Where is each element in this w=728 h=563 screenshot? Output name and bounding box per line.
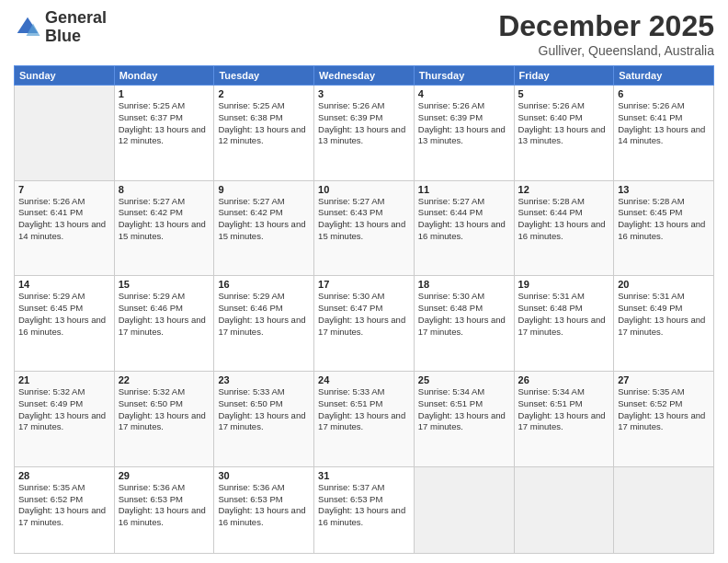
day-info: Sunrise: 5:35 AM Sunset: 6:52 PM Dayligh…: [18, 482, 110, 529]
day-number: 6: [618, 88, 710, 99]
day-number: 28: [18, 470, 110, 481]
day-cell: 1Sunrise: 5:25 AM Sunset: 6:37 PM Daylig…: [114, 86, 214, 181]
header-cell-monday: Monday: [114, 66, 214, 86]
day-number: 8: [119, 184, 210, 195]
day-cell: 14Sunrise: 5:29 AM Sunset: 6:45 PM Dayli…: [15, 276, 115, 372]
day-info: Sunrise: 5:28 AM Sunset: 6:44 PM Dayligh…: [518, 196, 610, 243]
day-info: Sunrise: 5:27 AM Sunset: 6:44 PM Dayligh…: [418, 196, 510, 243]
header-cell-tuesday: Tuesday: [214, 66, 314, 86]
day-cell: 27Sunrise: 5:35 AM Sunset: 6:52 PM Dayli…: [614, 372, 714, 467]
day-number: 29: [119, 470, 210, 481]
header: General Blue December 2025 Gulliver, Que…: [14, 9, 714, 58]
day-number: 13: [618, 184, 710, 195]
day-cell: 19Sunrise: 5:31 AM Sunset: 6:48 PM Dayli…: [514, 276, 614, 372]
title-block: December 2025 Gulliver, Queensland, Aust…: [498, 9, 714, 58]
day-cell: 4Sunrise: 5:26 AM Sunset: 6:39 PM Daylig…: [414, 86, 514, 181]
day-info: Sunrise: 5:30 AM Sunset: 6:47 PM Dayligh…: [318, 291, 410, 338]
logo-text: General Blue: [45, 9, 107, 46]
day-number: 11: [418, 184, 510, 195]
header-cell-thursday: Thursday: [414, 66, 514, 86]
day-cell: 17Sunrise: 5:30 AM Sunset: 6:47 PM Dayli…: [314, 276, 415, 372]
day-info: Sunrise: 5:25 AM Sunset: 6:38 PM Dayligh…: [218, 100, 310, 147]
day-info: Sunrise: 5:36 AM Sunset: 6:53 PM Dayligh…: [119, 482, 210, 529]
week-row-1: 7Sunrise: 5:26 AM Sunset: 6:41 PM Daylig…: [15, 180, 714, 276]
day-cell: [514, 466, 614, 553]
day-number: 2: [218, 88, 310, 99]
page: General Blue December 2025 Gulliver, Que…: [0, 0, 728, 563]
logo-line2: Blue: [45, 28, 107, 46]
day-info: Sunrise: 5:34 AM Sunset: 6:51 PM Dayligh…: [418, 386, 510, 433]
calendar-header: SundayMondayTuesdayWednesdayThursdayFrid…: [15, 66, 714, 86]
month-title: December 2025: [498, 9, 714, 43]
day-number: 16: [218, 279, 310, 290]
day-info: Sunrise: 5:33 AM Sunset: 6:51 PM Dayligh…: [318, 386, 410, 433]
day-number: 4: [418, 88, 510, 99]
day-info: Sunrise: 5:32 AM Sunset: 6:49 PM Dayligh…: [18, 386, 110, 433]
header-cell-sunday: Sunday: [15, 66, 115, 86]
day-cell: 9Sunrise: 5:27 AM Sunset: 6:42 PM Daylig…: [214, 180, 314, 276]
week-row-4: 28Sunrise: 5:35 AM Sunset: 6:52 PM Dayli…: [15, 466, 714, 553]
day-info: Sunrise: 5:31 AM Sunset: 6:48 PM Dayligh…: [518, 291, 610, 338]
day-number: 30: [218, 470, 310, 481]
day-cell: 13Sunrise: 5:28 AM Sunset: 6:45 PM Dayli…: [614, 180, 714, 276]
day-number: 3: [318, 88, 410, 99]
day-cell: 21Sunrise: 5:32 AM Sunset: 6:49 PM Dayli…: [15, 372, 115, 467]
day-number: 24: [318, 374, 410, 385]
day-number: 31: [318, 470, 410, 481]
day-cell: 24Sunrise: 5:33 AM Sunset: 6:51 PM Dayli…: [314, 372, 415, 467]
day-cell: 25Sunrise: 5:34 AM Sunset: 6:51 PM Dayli…: [414, 372, 514, 467]
logo: General Blue: [14, 9, 107, 46]
logo-icon: [14, 14, 41, 41]
header-cell-wednesday: Wednesday: [314, 66, 415, 86]
day-number: 26: [518, 374, 610, 385]
day-number: 14: [18, 279, 110, 290]
header-cell-saturday: Saturday: [614, 66, 714, 86]
day-cell: 11Sunrise: 5:27 AM Sunset: 6:44 PM Dayli…: [414, 180, 514, 276]
calendar: SundayMondayTuesdayWednesdayThursdayFrid…: [14, 65, 714, 554]
day-number: 15: [119, 279, 210, 290]
day-cell: 23Sunrise: 5:33 AM Sunset: 6:50 PM Dayli…: [214, 372, 314, 467]
day-info: Sunrise: 5:26 AM Sunset: 6:41 PM Dayligh…: [618, 100, 710, 147]
day-number: 10: [318, 184, 410, 195]
day-number: 19: [518, 279, 610, 290]
day-info: Sunrise: 5:26 AM Sunset: 6:39 PM Dayligh…: [418, 100, 510, 147]
location: Gulliver, Queensland, Australia: [498, 43, 714, 58]
day-info: Sunrise: 5:31 AM Sunset: 6:49 PM Dayligh…: [618, 291, 710, 338]
day-number: 22: [119, 374, 210, 385]
day-cell: 10Sunrise: 5:27 AM Sunset: 6:43 PM Dayli…: [314, 180, 415, 276]
day-info: Sunrise: 5:26 AM Sunset: 6:39 PM Dayligh…: [318, 100, 410, 147]
day-number: 18: [418, 279, 510, 290]
day-cell: 29Sunrise: 5:36 AM Sunset: 6:53 PM Dayli…: [114, 466, 214, 553]
day-number: 23: [218, 374, 310, 385]
day-cell: [414, 466, 514, 553]
day-info: Sunrise: 5:36 AM Sunset: 6:53 PM Dayligh…: [218, 482, 310, 529]
day-info: Sunrise: 5:29 AM Sunset: 6:46 PM Dayligh…: [218, 291, 310, 338]
calendar-body: 1Sunrise: 5:25 AM Sunset: 6:37 PM Daylig…: [15, 86, 714, 554]
day-info: Sunrise: 5:34 AM Sunset: 6:51 PM Dayligh…: [518, 386, 610, 433]
day-cell: 22Sunrise: 5:32 AM Sunset: 6:50 PM Dayli…: [114, 372, 214, 467]
day-number: 7: [18, 184, 110, 195]
day-info: Sunrise: 5:35 AM Sunset: 6:52 PM Dayligh…: [618, 386, 710, 433]
day-cell: [614, 466, 714, 553]
logo-line1: General: [45, 9, 107, 28]
day-cell: 5Sunrise: 5:26 AM Sunset: 6:40 PM Daylig…: [514, 86, 614, 181]
week-row-3: 21Sunrise: 5:32 AM Sunset: 6:49 PM Dayli…: [15, 372, 714, 467]
day-info: Sunrise: 5:25 AM Sunset: 6:37 PM Dayligh…: [119, 100, 210, 147]
day-number: 9: [218, 184, 310, 195]
day-info: Sunrise: 5:30 AM Sunset: 6:48 PM Dayligh…: [418, 291, 510, 338]
header-row: SundayMondayTuesdayWednesdayThursdayFrid…: [15, 66, 714, 86]
day-cell: 12Sunrise: 5:28 AM Sunset: 6:44 PM Dayli…: [514, 180, 614, 276]
day-info: Sunrise: 5:33 AM Sunset: 6:50 PM Dayligh…: [218, 386, 310, 433]
day-info: Sunrise: 5:27 AM Sunset: 6:42 PM Dayligh…: [119, 196, 210, 243]
day-cell: 20Sunrise: 5:31 AM Sunset: 6:49 PM Dayli…: [614, 276, 714, 372]
day-info: Sunrise: 5:27 AM Sunset: 6:42 PM Dayligh…: [218, 196, 310, 243]
day-cell: 6Sunrise: 5:26 AM Sunset: 6:41 PM Daylig…: [614, 86, 714, 181]
day-info: Sunrise: 5:27 AM Sunset: 6:43 PM Dayligh…: [318, 196, 410, 243]
day-info: Sunrise: 5:29 AM Sunset: 6:46 PM Dayligh…: [119, 291, 210, 338]
day-cell: 31Sunrise: 5:37 AM Sunset: 6:53 PM Dayli…: [314, 466, 415, 553]
day-number: 25: [418, 374, 510, 385]
day-cell: 7Sunrise: 5:26 AM Sunset: 6:41 PM Daylig…: [15, 180, 115, 276]
day-cell: 26Sunrise: 5:34 AM Sunset: 6:51 PM Dayli…: [514, 372, 614, 467]
day-info: Sunrise: 5:29 AM Sunset: 6:45 PM Dayligh…: [18, 291, 110, 338]
header-cell-friday: Friday: [514, 66, 614, 86]
